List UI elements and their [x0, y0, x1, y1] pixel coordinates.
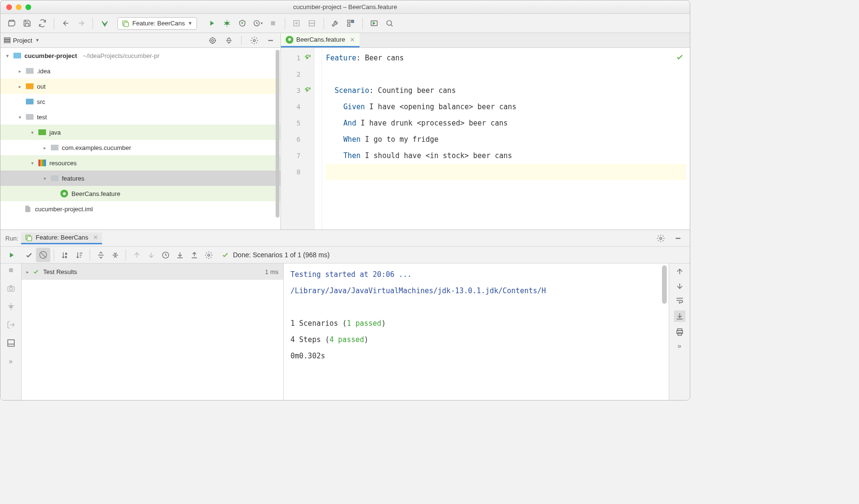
svg-rect-11 [4, 38, 10, 39]
open-file-icon[interactable] [4, 16, 19, 31]
file-icon [24, 205, 32, 213]
tree-label: test [37, 114, 47, 121]
export-test-icon[interactable] [187, 248, 201, 262]
scroll-up-icon[interactable] [675, 267, 684, 276]
vcs-commit-icon[interactable] [305, 16, 319, 31]
code-area[interactable]: Feature: Beer cans Scenario: Counting be… [322, 48, 690, 229]
chevron-right-icon[interactable]: ▸ [17, 69, 23, 74]
tree-node-package[interactable]: ▸ com.examples.cucumber [0, 140, 280, 155]
debug-rerun-icon[interactable] [4, 300, 18, 313]
tree-node-iml[interactable]: cucumber-project.iml [0, 201, 280, 217]
chevron-down-icon[interactable]: ▼ [35, 38, 39, 43]
run-gutter-icon[interactable] [304, 54, 311, 61]
stop-icon[interactable] [266, 16, 280, 31]
wrench-icon[interactable] [328, 16, 343, 31]
gear-icon[interactable] [247, 33, 261, 47]
cucumber-icon: ✱ [286, 36, 293, 44]
next-test-icon[interactable] [144, 248, 158, 262]
tree-root[interactable]: ▾ cucumber-project ~/IdeaProjects/cucumb… [0, 48, 280, 63]
hide-icon[interactable] [263, 33, 278, 47]
close-tab-icon[interactable]: ✕ [93, 234, 98, 241]
sort-duration-icon[interactable] [72, 248, 86, 262]
coverage-icon[interactable] [235, 16, 250, 31]
tree-node-src[interactable]: src [0, 94, 280, 109]
test-history-icon[interactable] [158, 248, 173, 262]
test-results-tree[interactable]: ▸ Test Results 1 ms [22, 263, 284, 400]
tree-node-java[interactable]: ▾ java [0, 125, 280, 140]
show-ignored-icon[interactable] [36, 248, 50, 262]
back-icon[interactable] [58, 16, 73, 31]
scroll-down-icon[interactable] [675, 282, 684, 290]
chevron-down-icon[interactable]: ▾ [17, 115, 23, 120]
chevron-down-icon[interactable]: ▾ [29, 160, 35, 166]
chevron-down-icon[interactable]: ▾ [29, 130, 35, 135]
soft-wrap-icon[interactable] [675, 296, 684, 305]
editor-body[interactable]: 1 2 3 45678 Feature: Beer cans Scenario:… [281, 48, 690, 229]
rerun-icon[interactable] [4, 248, 18, 262]
debug-icon[interactable] [220, 16, 234, 31]
stop-icon[interactable] [4, 263, 18, 277]
folder-icon [38, 129, 46, 135]
layout-icon[interactable] [4, 336, 18, 350]
editor-tab[interactable]: ✱ BeerCans.feature ✕ [281, 33, 360, 47]
run-anything-icon[interactable] [367, 16, 382, 31]
build-icon[interactable] [97, 16, 112, 31]
tree-node-resources[interactable]: ▾ resources [0, 155, 280, 171]
vcs-update-icon[interactable] [290, 16, 304, 31]
run-console[interactable]: Testing started at 20:06 ... /Library/Ja… [284, 263, 669, 400]
gear-icon[interactable] [201, 248, 216, 262]
sort-alpha-icon[interactable]: az [58, 248, 72, 262]
camera-icon[interactable] [4, 282, 18, 295]
hide-icon[interactable] [671, 231, 685, 245]
forward-icon[interactable] [74, 16, 88, 31]
sync-icon[interactable] [35, 16, 49, 31]
tree-node-out[interactable]: ▸ out [0, 79, 280, 94]
scrollbar[interactable] [662, 265, 667, 304]
close-tab-icon[interactable]: ✕ [350, 36, 355, 43]
print-icon[interactable] [675, 328, 684, 336]
tree-root-label: cucumber-project [24, 52, 77, 59]
exit-icon[interactable] [4, 318, 18, 332]
tree-node-idea[interactable]: ▸ .idea [0, 63, 280, 79]
run-config-label: Feature: BeerCans [132, 20, 185, 27]
run-label: Run: [5, 235, 18, 242]
chevron-down-icon[interactable]: ▾ [4, 53, 10, 58]
chevron-right-icon[interactable]: ▸ [17, 84, 23, 89]
tree-node-feature-file[interactable]: ✱ BeerCans.feature [0, 186, 280, 201]
expand-all-icon[interactable] [221, 33, 236, 47]
chevron-down-icon[interactable]: ▾ [42, 176, 47, 181]
search-icon[interactable] [383, 16, 397, 31]
inspection-ok-icon[interactable] [675, 53, 684, 61]
tree-node-test[interactable]: ▾ test [0, 109, 280, 125]
svg-point-14 [209, 37, 215, 43]
save-icon[interactable] [20, 16, 34, 31]
keyword: Feature [326, 54, 356, 62]
tree-label: resources [49, 160, 77, 167]
select-target-icon[interactable] [205, 33, 220, 47]
more-icon[interactable]: » [4, 355, 18, 368]
import-test-icon[interactable] [173, 248, 187, 262]
expand-all-icon[interactable] [93, 248, 108, 262]
profile-icon[interactable]: ▾ [251, 16, 265, 31]
scrollbar[interactable] [276, 50, 279, 218]
more-icon[interactable]: » [678, 342, 682, 350]
run-config-selector[interactable]: Feature: BeerCans ▼ [117, 17, 197, 30]
run-icon[interactable] [205, 16, 219, 31]
show-passed-icon[interactable] [22, 248, 36, 262]
run-gutter-icon[interactable] [304, 87, 311, 93]
chevron-right-icon[interactable]: ▸ [42, 145, 47, 150]
run-tab[interactable]: Feature: BeerCans ✕ [21, 232, 102, 244]
package-icon [51, 145, 58, 150]
console-line: 4 Steps (4 passed) [290, 332, 662, 348]
scroll-to-end-icon[interactable] [674, 310, 685, 322]
tree-node-features[interactable]: ▾ features [0, 171, 280, 186]
prev-test-icon[interactable] [129, 248, 144, 262]
chevron-right-icon[interactable]: ▸ [26, 269, 29, 275]
project-tree[interactable]: ▾ cucumber-project ~/IdeaProjects/cucumb… [0, 48, 280, 229]
editor-tabs: ✱ BeerCans.feature ✕ [281, 33, 690, 48]
gear-icon[interactable] [653, 231, 668, 245]
collapse-all-icon[interactable] [108, 248, 122, 262]
code-text: I should have <in stock> beer cans [360, 151, 512, 160]
project-structure-icon[interactable] [344, 16, 358, 31]
svg-text:z: z [65, 255, 67, 258]
